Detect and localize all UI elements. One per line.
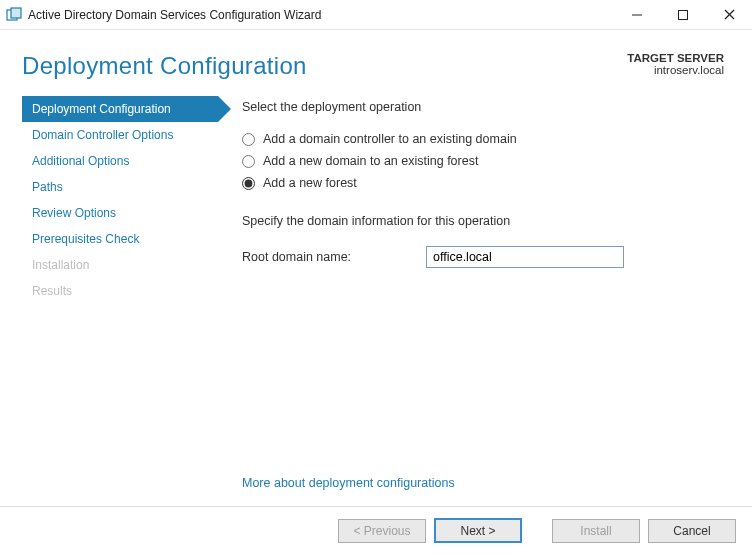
root-domain-label: Root domain name: [242, 250, 426, 264]
specify-domain-label: Specify the domain information for this … [242, 214, 722, 228]
radio-input[interactable] [242, 155, 255, 168]
step-label: Results [32, 284, 72, 298]
window-controls [614, 0, 752, 30]
install-button: Install [552, 519, 640, 543]
maximize-button[interactable] [660, 0, 706, 30]
step-prerequisites-check[interactable]: Prerequisites Check [22, 226, 218, 252]
radio-add-dc-existing-domain[interactable]: Add a domain controller to an existing d… [242, 128, 722, 150]
step-paths[interactable]: Paths [22, 174, 218, 200]
radio-label: Add a domain controller to an existing d… [263, 132, 517, 146]
select-deployment-label: Select the deployment operation [242, 100, 722, 114]
more-about-link[interactable]: More about deployment configurations [242, 476, 455, 490]
deployment-radio-group: Add a domain controller to an existing d… [242, 128, 722, 194]
root-domain-input[interactable] [426, 246, 624, 268]
wizard-steps-sidebar: Deployment Configuration Domain Controll… [0, 96, 218, 554]
step-deployment-configuration[interactable]: Deployment Configuration [22, 96, 218, 122]
radio-label: Add a new forest [263, 176, 357, 190]
previous-button: < Previous [338, 519, 426, 543]
step-installation: Installation [22, 252, 218, 278]
app-icon [6, 7, 22, 23]
svg-rect-3 [679, 10, 688, 19]
step-label: Prerequisites Check [32, 232, 139, 246]
step-label: Deployment Configuration [32, 102, 171, 116]
target-server-block: TARGET SERVER introserv.local [627, 52, 724, 76]
root-domain-field-row: Root domain name: [242, 246, 722, 268]
radio-input[interactable] [242, 133, 255, 146]
step-additional-options[interactable]: Additional Options [22, 148, 218, 174]
target-server-value: introserv.local [627, 64, 724, 76]
svg-rect-1 [11, 8, 21, 18]
page-header: Deployment Configuration TARGET SERVER i… [0, 30, 752, 90]
step-label: Paths [32, 180, 63, 194]
radio-add-new-forest[interactable]: Add a new forest [242, 172, 722, 194]
titlebar: Active Directory Domain Services Configu… [0, 0, 752, 30]
radio-label: Add a new domain to an existing forest [263, 154, 478, 168]
target-server-label: TARGET SERVER [627, 52, 724, 64]
step-label: Additional Options [32, 154, 129, 168]
step-domain-controller-options[interactable]: Domain Controller Options [22, 122, 218, 148]
next-button[interactable]: Next > [434, 518, 522, 543]
step-results: Results [22, 278, 218, 304]
radio-input[interactable] [242, 177, 255, 190]
radio-add-domain-existing-forest[interactable]: Add a new domain to an existing forest [242, 150, 722, 172]
window-title: Active Directory Domain Services Configu… [28, 8, 614, 22]
wizard-footer: < Previous Next > Install Cancel [0, 506, 752, 554]
close-button[interactable] [706, 0, 752, 30]
cancel-button[interactable]: Cancel [648, 519, 736, 543]
page-title: Deployment Configuration [22, 52, 307, 80]
step-label: Domain Controller Options [32, 128, 173, 142]
minimize-button[interactable] [614, 0, 660, 30]
step-label: Installation [32, 258, 89, 272]
step-label: Review Options [32, 206, 116, 220]
step-review-options[interactable]: Review Options [22, 200, 218, 226]
